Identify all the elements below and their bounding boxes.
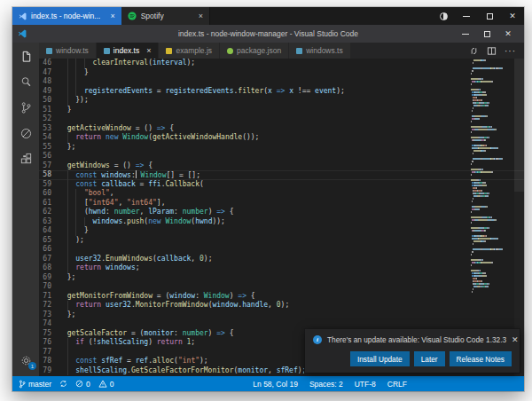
code-line-69[interactable]: 69 };: [39, 273, 524, 283]
code-line-65[interactable]: 65 );: [39, 236, 524, 246]
sets-tab-vscode[interactable]: index.ts - node-win... ×: [12, 7, 121, 25]
line-number: 47: [39, 68, 59, 78]
sets-bar-spacer: [210, 7, 432, 25]
code-line-61[interactable]: 61 ["int64", "int64"],: [39, 199, 524, 208]
code-line-53[interactable]: 53 getActiveWindow = () => {: [39, 124, 524, 134]
code-line-51[interactable]: 51 }: [39, 106, 524, 115]
explorer-icon[interactable]: [19, 49, 33, 63]
more-actions-icon[interactable]: ···: [505, 46, 516, 56]
sets-tab-label: index.ts - node-win...: [31, 12, 100, 20]
code-line-71[interactable]: 71 getMonitorFromWindow = (window: Windo…: [39, 292, 524, 302]
tab-label: windows.ts: [306, 46, 343, 55]
sets-tab-close-icon[interactable]: ×: [199, 12, 203, 20]
code-line-66[interactable]: 66: [39, 245, 524, 255]
warnings-indicator[interactable]: 0: [98, 380, 114, 389]
spotify-icon: [128, 12, 137, 20]
titlebar-close-button[interactable]: ✕: [497, 25, 519, 43]
code-line-72[interactable]: 72 return user32.MonitorFromWindow(windo…: [39, 301, 524, 311]
code-line-57[interactable]: 57 getWindows = () => {: [39, 161, 524, 171]
minimap[interactable]: [470, 59, 511, 294]
search-icon[interactable]: [19, 75, 33, 89]
errors-indicator[interactable]: 0: [75, 380, 90, 389]
titlebar-maximize-button[interactable]: [476, 25, 497, 43]
line-number: 78: [39, 357, 59, 366]
code-line-50[interactable]: 50 });: [39, 96, 524, 106]
code-line-73[interactable]: 73 };: [39, 311, 524, 320]
later-button[interactable]: Later: [414, 351, 445, 366]
code-line-55[interactable]: 55 };: [39, 143, 524, 153]
code-line-56[interactable]: 56: [39, 152, 524, 161]
code-line-47[interactable]: 47 }: [39, 68, 524, 78]
window-title: index.ts - node-window-manager - Visual …: [66, 29, 471, 38]
sync-indicator[interactable]: [59, 380, 67, 388]
sets-tab-label: Spotify: [141, 12, 164, 20]
line-number: 77: [39, 348, 59, 358]
install-update-button[interactable]: Install Update: [350, 351, 410, 366]
debug-icon[interactable]: [19, 126, 33, 140]
vscode-logo-icon: [19, 12, 27, 20]
settings-gear-icon[interactable]: 1: [19, 353, 33, 367]
code-line-54[interactable]: 54 return new Window(getActiveWindowHand…: [39, 133, 524, 143]
tab-label: index.ts: [113, 46, 139, 55]
line-number: 62: [39, 208, 59, 217]
source-control-icon[interactable]: [19, 100, 33, 114]
line-number: 56: [39, 152, 59, 161]
window-maximize-button[interactable]: [478, 7, 501, 25]
status-utf-8[interactable]: UTF-8: [355, 380, 376, 389]
scrollbar-thumb[interactable]: [514, 59, 524, 192]
code-line-52[interactable]: 52: [39, 114, 524, 124]
status-spaces[interactable]: Spaces: 2: [309, 380, 343, 389]
tab-close-icon[interactable]: ×: [146, 46, 151, 55]
code-line-62[interactable]: 62 (hwnd: number, lParam: number) => {: [39, 208, 524, 217]
line-number: 57: [39, 161, 59, 171]
line-number: 66: [39, 245, 59, 255]
line-number: 46: [39, 59, 59, 68]
open-changes-icon[interactable]: [469, 46, 479, 56]
update-notification: i There's an update available: Visual St…: [305, 329, 520, 373]
code-line-60[interactable]: 60 "bool",: [39, 189, 524, 199]
git-branch-indicator[interactable]: master: [19, 380, 51, 389]
status-ln[interactable]: Ln 58, Col 19: [253, 380, 298, 389]
line-number: 61: [39, 199, 59, 208]
line-number: 73: [39, 311, 59, 320]
window-minimize-button[interactable]: [455, 7, 478, 25]
code-line-48[interactable]: 48: [39, 77, 524, 87]
line-number: 67: [39, 255, 59, 264]
editor-tab-package.json[interactable]: package.json: [220, 43, 289, 59]
settings-update-badge: 1: [28, 362, 36, 370]
code-line-74[interactable]: 74: [39, 319, 524, 329]
editor-tab-windows.ts[interactable]: windows.ts: [289, 43, 351, 59]
code-line-64[interactable]: 64 }: [39, 226, 524, 236]
desktop: index.ts - node-win... × Spotify × ✕ ind…: [0, 0, 532, 401]
line-number: 53: [39, 124, 59, 134]
feedback-icon[interactable]: [432, 7, 455, 25]
editor-actions: ···: [469, 43, 524, 59]
status-crlf[interactable]: CRLF: [387, 380, 407, 389]
extensions-icon[interactable]: [19, 152, 33, 166]
code-line-70[interactable]: 70: [39, 282, 524, 292]
release-notes-button[interactable]: Release Notes: [450, 351, 512, 366]
code-line-68[interactable]: 68 return windows;: [39, 263, 524, 273]
code-line-63[interactable]: 63 windows.push(new Window(hwnd));: [39, 217, 524, 227]
activity-bar: 1: [12, 43, 39, 376]
tab-label: window.ts: [56, 46, 89, 55]
line-number: 63: [39, 217, 59, 227]
split-editor-icon[interactable]: [487, 46, 497, 56]
code-line-59[interactable]: 59 const callback = ffi.Callback(: [39, 180, 524, 190]
sets-tab-spotify[interactable]: Spotify ×: [121, 7, 210, 25]
vscode-logo-icon: [18, 29, 27, 38]
code-line-67[interactable]: 67 user32.EnumWindows(callback, 0);: [39, 255, 524, 264]
code-line-58[interactable]: 58 const windows: Window[] = [];: [39, 170, 524, 180]
editor-tab-example.js[interactable]: example.js: [159, 43, 220, 59]
editor-tab-window.ts[interactable]: window.ts: [39, 43, 97, 59]
line-number: 70: [39, 282, 59, 292]
code-line-49[interactable]: 49 registeredEvents = registeredEvents.f…: [39, 87, 524, 97]
notification-close-icon[interactable]: ✕: [512, 335, 519, 344]
line-number: 65: [39, 236, 59, 246]
line-number: 59: [39, 180, 59, 190]
tab-label: example.js: [176, 46, 212, 55]
sets-tab-close-icon[interactable]: ×: [110, 12, 114, 20]
window-close-button[interactable]: ✕: [501, 7, 524, 25]
code-line-46[interactable]: 46 clearInterval(interval);: [39, 59, 524, 68]
editor-tab-index.ts[interactable]: index.ts×: [97, 43, 160, 59]
